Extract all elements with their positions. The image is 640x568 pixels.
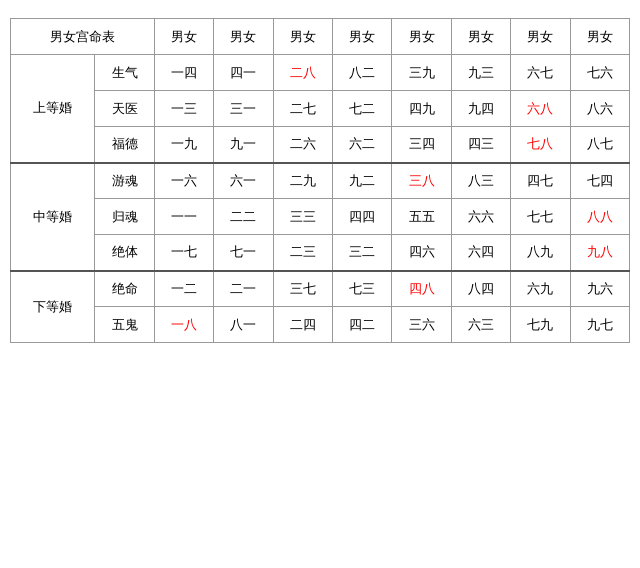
cell-2-1-7: 九七 [570, 307, 629, 343]
cell-1-0-6: 四七 [511, 163, 570, 199]
cell-0-0-2: 二八 [273, 55, 332, 91]
cell-2-1-5: 六三 [451, 307, 510, 343]
cell-0-2-0: 一九 [154, 127, 213, 163]
table-header-col-1: 男女 [214, 19, 273, 55]
cell-0-2-7: 八七 [570, 127, 629, 163]
cell-1-2-6: 八九 [511, 235, 570, 271]
cell-1-1-7: 八八 [570, 199, 629, 235]
cell-0-1-0: 一三 [154, 91, 213, 127]
cell-1-0-0: 一六 [154, 163, 213, 199]
row-label: 生气 [95, 55, 154, 91]
table-row: 绝体一七七一二三三二四六六四八九九八 [11, 235, 630, 271]
cell-0-1-2: 二七 [273, 91, 332, 127]
cell-1-0-4: 三八 [392, 163, 451, 199]
table-header-col-2: 男女 [273, 19, 332, 55]
cell-2-0-0: 一二 [154, 271, 213, 307]
table-row: 福德一九九一二六六二三四四三七八八七 [11, 127, 630, 163]
section-label-1: 中等婚 [11, 163, 95, 271]
table-header-col-4: 男女 [392, 19, 451, 55]
table-row: 下等婚绝命一二二一三七七三四八八四六九九六 [11, 271, 630, 307]
cell-2-0-7: 九六 [570, 271, 629, 307]
row-label: 福德 [95, 127, 154, 163]
table-header-col-5: 男女 [451, 19, 510, 55]
table-row: 中等婚游魂一六六一二九九二三八八三四七七四 [11, 163, 630, 199]
cell-1-1-2: 三三 [273, 199, 332, 235]
cell-0-2-5: 四三 [451, 127, 510, 163]
cell-2-1-6: 七九 [511, 307, 570, 343]
cell-0-1-7: 八六 [570, 91, 629, 127]
cell-2-1-2: 二四 [273, 307, 332, 343]
row-label: 天医 [95, 91, 154, 127]
cell-0-1-3: 七二 [332, 91, 391, 127]
cell-2-0-2: 三七 [273, 271, 332, 307]
cell-0-0-6: 六七 [511, 55, 570, 91]
cell-0-1-1: 三一 [214, 91, 273, 127]
cell-2-1-3: 四二 [332, 307, 391, 343]
cell-2-0-4: 四八 [392, 271, 451, 307]
cell-0-2-4: 三四 [392, 127, 451, 163]
cell-1-2-5: 六四 [451, 235, 510, 271]
cell-1-1-4: 五五 [392, 199, 451, 235]
table-header-col-7: 男女 [570, 19, 629, 55]
row-label: 五鬼 [95, 307, 154, 343]
row-label: 游魂 [95, 163, 154, 199]
table-header-col-6: 男女 [511, 19, 570, 55]
cell-1-2-4: 四六 [392, 235, 451, 271]
cell-0-2-2: 二六 [273, 127, 332, 163]
cell-1-1-1: 二二 [214, 199, 273, 235]
cell-2-0-6: 六九 [511, 271, 570, 307]
cell-1-0-5: 八三 [451, 163, 510, 199]
cell-1-2-2: 二三 [273, 235, 332, 271]
cell-1-2-0: 一七 [154, 235, 213, 271]
cell-2-0-5: 八四 [451, 271, 510, 307]
cell-1-2-3: 三二 [332, 235, 391, 271]
cell-1-1-3: 四四 [332, 199, 391, 235]
cell-0-2-3: 六二 [332, 127, 391, 163]
table-header-main: 男女宫命表 [11, 19, 155, 55]
cell-2-0-1: 二一 [214, 271, 273, 307]
table-row: 天医一三三一二七七二四九九四六八八六 [11, 91, 630, 127]
cell-0-1-4: 四九 [392, 91, 451, 127]
cell-0-0-7: 七六 [570, 55, 629, 91]
cell-0-0-0: 一四 [154, 55, 213, 91]
cell-2-1-1: 八一 [214, 307, 273, 343]
cell-0-2-1: 九一 [214, 127, 273, 163]
table-row: 归魂一一二二三三四四五五六六七七八八 [11, 199, 630, 235]
cell-2-1-0: 一八 [154, 307, 213, 343]
cell-1-2-1: 七一 [214, 235, 273, 271]
cell-1-0-1: 六一 [214, 163, 273, 199]
cell-2-0-3: 七三 [332, 271, 391, 307]
cell-0-1-5: 九四 [451, 91, 510, 127]
cell-1-1-5: 六六 [451, 199, 510, 235]
table-row: 五鬼一八八一二四四二三六六三七九九七 [11, 307, 630, 343]
cell-1-1-6: 七七 [511, 199, 570, 235]
row-label: 归魂 [95, 199, 154, 235]
cell-2-1-4: 三六 [392, 307, 451, 343]
cell-0-0-3: 八二 [332, 55, 391, 91]
cell-1-2-7: 九八 [570, 235, 629, 271]
cell-0-0-4: 三九 [392, 55, 451, 91]
table-header-col-0: 男女 [154, 19, 213, 55]
marriage-table: 男女宫命表男女男女男女男女男女男女男女男女上等婚生气一四四一二八八二三九九三六七… [10, 18, 630, 343]
table-row: 上等婚生气一四四一二八八二三九九三六七七六 [11, 55, 630, 91]
cell-0-0-5: 九三 [451, 55, 510, 91]
cell-0-0-1: 四一 [214, 55, 273, 91]
cell-1-0-3: 九二 [332, 163, 391, 199]
cell-1-0-7: 七四 [570, 163, 629, 199]
section-label-2: 下等婚 [11, 271, 95, 343]
cell-0-1-6: 六八 [511, 91, 570, 127]
table-header-col-3: 男女 [332, 19, 391, 55]
cell-0-2-6: 七八 [511, 127, 570, 163]
cell-1-0-2: 二九 [273, 163, 332, 199]
cell-1-1-0: 一一 [154, 199, 213, 235]
row-label: 绝命 [95, 271, 154, 307]
section-label-0: 上等婚 [11, 55, 95, 163]
row-label: 绝体 [95, 235, 154, 271]
